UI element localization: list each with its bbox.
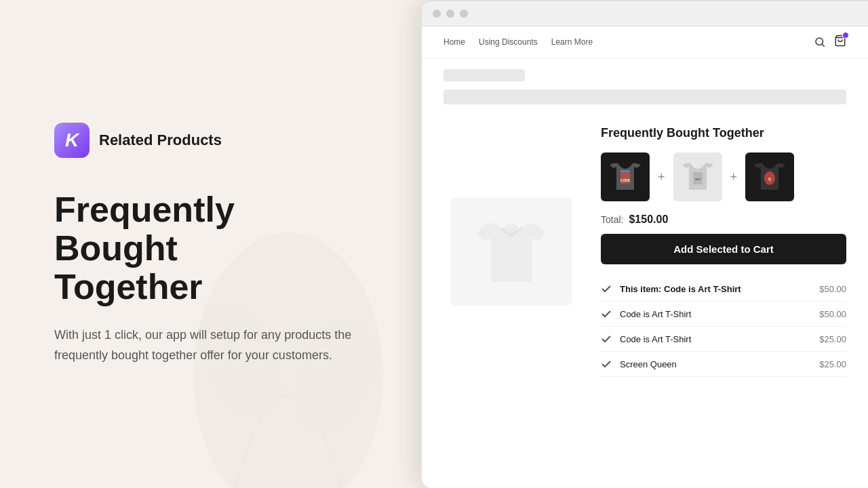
product-thumbnails: CODE + ART + [601,152,846,201]
brand-name: Related Products [99,131,222,149]
svg-text:Q: Q [768,177,771,181]
item-price-2: $50.00 [819,309,846,319]
main-description: With just 1 click, our app will setup fo… [54,325,366,365]
add-to-cart-button[interactable]: Add Selected to Cart [601,234,846,264]
search-icon[interactable] [814,36,826,48]
product-thumb-3[interactable]: Q [745,152,794,201]
fbt-section: Frequently Bought Together CODE + [601,126,846,377]
item-price-3: $25.00 [819,334,846,344]
item-name-4: Screen Queen [620,359,806,369]
item-name-3: Code is Art T-Shirt [620,334,806,344]
svg-point-3 [816,38,823,45]
tshirt-icon-1: CODE [608,160,642,194]
cart-icon-wrapper[interactable] [834,35,846,49]
plus-1: + [658,170,665,184]
browser-dot-1 [433,9,441,18]
store-nav: Home Using Discounts Learn More [422,26,868,58]
list-item: Code is Art T-Shirt $50.00 [601,302,846,327]
left-panel: K Related Products Frequently Bought Tog… [0,82,420,407]
product-thumb-1[interactable]: CODE [601,152,650,201]
nav-link-learn[interactable]: Learn More [551,37,593,47]
item-name-2: Code is Art T-Shirt [620,309,806,319]
item-price-4: $25.00 [819,359,846,369]
total-row: Total: $150.00 [601,214,846,226]
browser-content: Home Using Discounts Learn More [422,26,868,485]
brand-header: K Related Products [54,123,366,158]
store-nav-icons [814,35,846,49]
main-heading: Frequently Bought Together [54,190,366,307]
product-image-area [443,126,579,377]
skeleton-area [422,58,868,104]
list-item: Screen Queen $25.00 [601,352,846,377]
product-thumb-2[interactable]: ART [673,152,722,201]
product-image-placeholder [450,197,572,306]
brand-logo: K [54,123,90,158]
skeleton-block-1 [443,69,525,81]
check-icon-1 [601,283,612,294]
nav-link-home[interactable]: Home [443,37,465,47]
check-icon-2 [601,308,612,319]
svg-rect-7 [620,170,630,172]
tshirt-icon-3: Q [753,160,787,194]
check-icon-3 [601,333,612,344]
fbt-title: Frequently Bought Together [601,126,846,140]
product-section: Frequently Bought Together CODE + [422,115,868,390]
svg-text:CODE: CODE [620,178,631,182]
browser-dot-2 [446,9,454,18]
store-nav-links: Home Using Discounts Learn More [443,37,593,47]
total-amount: $150.00 [629,214,668,226]
plus-2: + [730,170,738,184]
item-name-1: This item: Code is Art T-Shirt [620,284,806,294]
total-label: Total: [601,214,623,225]
product-list: This item: Code is Art T-Shirt $50.00 Co… [601,277,846,377]
cart-badge [842,32,849,39]
browser-dot-3 [460,9,468,18]
item-price-1: $50.00 [819,284,846,294]
browser-mockup: Home Using Discounts Learn More [420,0,868,488]
tshirt-icon-2: ART [681,160,715,194]
browser-chrome [422,1,868,26]
check-icon-4 [601,359,612,369]
skeleton-block-2 [443,89,846,104]
hoodie-illustration [471,211,552,292]
list-item: Code is Art T-Shirt $25.00 [601,327,846,352]
list-item: This item: Code is Art T-Shirt $50.00 [601,277,846,302]
svg-text:ART: ART [694,178,701,181]
svg-rect-5 [505,223,518,232]
nav-link-discounts[interactable]: Using Discounts [479,37,538,47]
